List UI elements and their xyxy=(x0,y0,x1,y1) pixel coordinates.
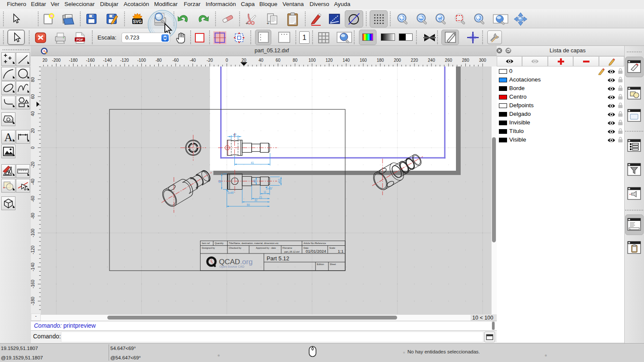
svg-text:ø9: ø9 xyxy=(253,179,256,183)
svg-text:120: 120 xyxy=(325,58,333,63)
svg-text:A: A xyxy=(4,131,13,143)
svg-text:80: 80 xyxy=(293,58,298,63)
svg-text:Article No./Reference: Article No./Reference xyxy=(304,242,326,244)
svg-text:50: 50 xyxy=(247,203,250,206)
svg-text:+: + xyxy=(267,21,269,26)
svg-text:-180: -180 xyxy=(69,58,78,63)
svg-text:1:1: 1:1 xyxy=(338,249,343,253)
svg-text:-40: -40 xyxy=(31,178,35,185)
svg-text:41: 41 xyxy=(251,161,254,164)
svg-text:11: 11 xyxy=(264,190,267,193)
svg-text:-80: -80 xyxy=(155,58,162,63)
svg-text:-140: -140 xyxy=(31,262,35,271)
svg-text:32: 32 xyxy=(255,199,258,202)
svg-text:-60: -60 xyxy=(31,196,35,202)
svg-text:Approved by - date: Approved by - date xyxy=(256,247,276,249)
svg-text:60: 60 xyxy=(31,94,35,99)
svg-text:-140: -140 xyxy=(103,58,112,63)
svg-text:SVG: SVG xyxy=(133,19,142,24)
svg-text:60: 60 xyxy=(276,58,281,63)
svg-text:-160: -160 xyxy=(31,280,35,288)
svg-text:01/01/2024: 01/01/2024 xyxy=(306,249,326,253)
svg-text:-120: -120 xyxy=(120,58,129,63)
svg-text:Title/Name, destination, mater: Title/Name, destination, material, dimen… xyxy=(229,242,279,244)
svg-text:20: 20 xyxy=(43,58,48,63)
svg-text:-100: -100 xyxy=(31,229,35,237)
svg-text:-100: -100 xyxy=(137,58,146,63)
svg-text:-20: -20 xyxy=(31,162,35,168)
svg-text:21: 21 xyxy=(259,196,263,199)
svg-text:160: 160 xyxy=(360,58,367,63)
svg-text:240: 240 xyxy=(428,58,435,63)
svg-text:1x45°: 1x45° xyxy=(228,191,235,194)
svg-text:Open Source CAD: Open Source CAD xyxy=(219,265,244,268)
svg-text:Sheet: Sheet xyxy=(330,263,336,265)
svg-text:Scale: Scale xyxy=(329,247,335,249)
svg-text:Edition: Edition xyxy=(317,263,324,265)
svg-text:260: 260 xyxy=(445,58,452,63)
svg-text:18: 18 xyxy=(218,180,221,183)
svg-text:Checked by: Checked by xyxy=(229,247,241,249)
svg-text:200: 200 xyxy=(394,58,401,63)
svg-text:Designed by: Designed by xyxy=(202,247,215,249)
svg-text:part_05.12.dxf: part_05.12.dxf xyxy=(284,250,300,253)
svg-text:-80: -80 xyxy=(31,213,35,219)
svg-text:100: 100 xyxy=(309,58,316,63)
svg-text:0: 0 xyxy=(31,146,35,149)
svg-text:300: 300 xyxy=(479,58,486,63)
svg-text:+: + xyxy=(246,21,248,26)
svg-text:-40: -40 xyxy=(190,58,196,63)
svg-text:-180: -180 xyxy=(31,297,35,305)
svg-text:80: 80 xyxy=(31,77,35,82)
svg-text:280: 280 xyxy=(462,58,469,63)
svg-text:40: 40 xyxy=(31,111,35,116)
svg-text:40: 40 xyxy=(258,58,264,63)
svg-text:PDF: PDF xyxy=(76,38,83,42)
svg-text:-60: -60 xyxy=(173,58,179,63)
svg-text:0: 0 xyxy=(226,58,228,63)
svg-text:-120: -120 xyxy=(31,245,35,254)
svg-text:Quantity: Quantity xyxy=(215,242,224,244)
svg-text:-20: -20 xyxy=(207,58,213,63)
svg-text:Part 5.12: Part 5.12 xyxy=(267,255,289,262)
svg-text:Item ref: Item ref xyxy=(202,242,210,244)
svg-text:ø8: ø8 xyxy=(233,133,237,136)
svg-text:Filename: Filename xyxy=(283,247,292,249)
svg-text:220: 220 xyxy=(411,58,418,63)
svg-text:20: 20 xyxy=(31,128,35,133)
svg-text:-200: -200 xyxy=(52,58,61,63)
svg-text:-160: -160 xyxy=(86,58,94,63)
svg-text:ø10: ø10 xyxy=(278,178,281,183)
svg-text:180: 180 xyxy=(377,58,384,63)
svg-text:20: 20 xyxy=(241,58,246,63)
svg-text:140: 140 xyxy=(343,58,350,63)
